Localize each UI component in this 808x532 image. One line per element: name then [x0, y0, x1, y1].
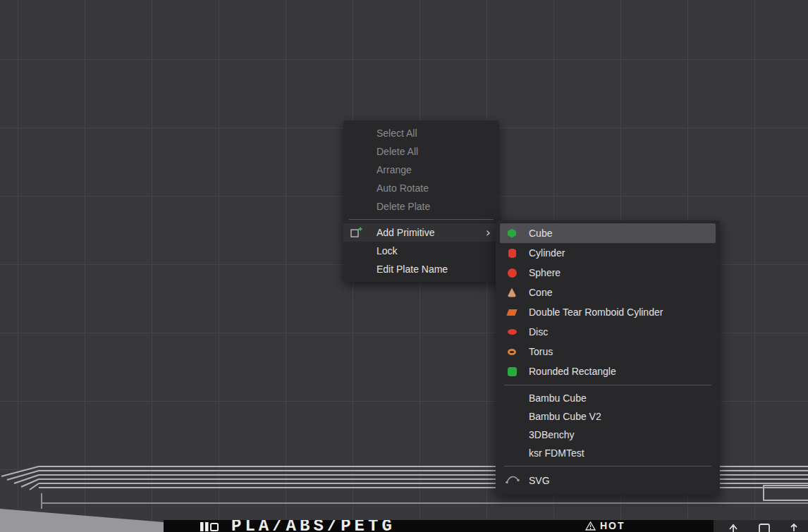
submenu-item-bambu-cube[interactable]: Bambu Cube — [500, 389, 716, 407]
submenu-item-double-tear-romboid-cylinder[interactable]: Double Tear Romboid Cylinder — [500, 302, 716, 322]
submenu-item-label: 3DBenchy — [529, 429, 575, 440]
submenu-separator — [504, 466, 711, 466]
hot-label: HOT — [600, 520, 625, 531]
submenu-item-rounded-rectangle[interactable]: Rounded Rectangle — [500, 361, 716, 381]
romboid-cylinder-icon — [507, 307, 517, 317]
disc-icon — [507, 327, 517, 337]
submenu-item-label: Bambu Cube — [529, 392, 587, 404]
menu-item-edit-plate-name[interactable]: Edit Plate Name — [343, 260, 499, 278]
add-primitive-icon — [350, 226, 362, 239]
menu-item-label: Delete Plate — [377, 201, 430, 212]
submenu-item-cone[interactable]: Cone — [500, 283, 716, 302]
menu-item-label: Arrange — [377, 164, 412, 175]
menu-separator — [349, 219, 494, 220]
torus-icon — [507, 347, 517, 357]
submenu-item-label: SVG — [529, 475, 550, 486]
menu-item-arrange[interactable]: Arrange — [343, 161, 499, 179]
submenu-item-svg[interactable]: SVG — [500, 470, 716, 491]
submenu-item-ksr-fdmtest[interactable]: ksr FDMTest — [500, 444, 716, 462]
submenu-arrow-icon: › — [486, 226, 491, 239]
submenu-item-cube[interactable]: Cube — [500, 223, 716, 243]
hot-warning: HOT — [585, 521, 625, 531]
bambu-logo-icon — [200, 521, 224, 532]
plate-label-bar: PLA/ABS/PETG HOT — [164, 520, 714, 532]
submenu-item-cylinder[interactable]: Cylinder — [500, 243, 716, 263]
menu-item-label: Lock — [377, 245, 398, 256]
cylinder-icon — [507, 248, 517, 258]
submenu-item-sphere[interactable]: Sphere — [500, 263, 716, 283]
submenu-item-torus[interactable]: Torus — [500, 342, 716, 361]
submenu-item-label: Cone — [529, 287, 552, 298]
menu-item-auto-rotate[interactable]: Auto Rotate — [343, 179, 499, 197]
menu-item-lock[interactable]: Lock — [343, 242, 499, 260]
submenu-item-label: Double Tear Romboid Cylinder — [529, 307, 663, 318]
submenu-item-label: Rounded Rectangle — [529, 366, 616, 377]
menu-item-select-all[interactable]: Select All — [343, 124, 499, 142]
menu-item-delete-all[interactable]: Delete All — [343, 142, 499, 161]
plate-tools — [714, 520, 808, 532]
submenu-item-label: Torus — [529, 346, 553, 357]
add-primitive-submenu: Cube Cylinder Sphere Cone Double Tear Ro… — [496, 221, 720, 495]
menu-item-add-primitive[interactable]: Add Primitive › — [343, 223, 499, 242]
submenu-item-label: Sphere — [529, 267, 561, 278]
submenu-item-3dbenchy[interactable]: 3DBenchy — [500, 426, 716, 444]
menu-item-label: Select All — [377, 128, 417, 139]
submenu-item-label: Disc — [529, 326, 548, 338]
cube-icon — [507, 228, 517, 238]
menu-item-delete-plate[interactable]: Delete Plate — [343, 197, 499, 216]
rounded-rectangle-icon — [507, 366, 517, 376]
menu-item-label: Auto Rotate — [377, 183, 429, 194]
menu-item-label: Add Primitive — [377, 227, 434, 238]
context-menu: Select All Delete All Arrange Auto Rotat… — [343, 120, 499, 282]
submenu-item-label: ksr FDMTest — [529, 447, 584, 459]
menu-item-label: Delete All — [377, 146, 418, 157]
submenu-item-label: Cylinder — [529, 247, 565, 259]
submenu-item-label: Bambu Cube V2 — [529, 411, 601, 422]
submenu-item-label: Cube — [529, 228, 552, 239]
arrow-up-icon[interactable] — [726, 521, 740, 532]
submenu-item-bambu-cube-v2[interactable]: Bambu Cube V2 — [500, 407, 716, 426]
cone-icon — [507, 287, 517, 297]
submenu-separator — [504, 385, 711, 385]
sphere-icon — [507, 268, 517, 278]
submenu-item-disc[interactable]: Disc — [500, 322, 716, 342]
menu-item-label: Edit Plate Name — [377, 264, 448, 275]
square-outline-icon[interactable] — [757, 521, 771, 532]
arrow-up-from-line-icon[interactable] — [787, 521, 801, 532]
plate-material-label: PLA/ABS/PETG — [231, 520, 396, 532]
warning-triangle-icon — [585, 521, 596, 531]
svg-curve-icon — [505, 474, 520, 488]
